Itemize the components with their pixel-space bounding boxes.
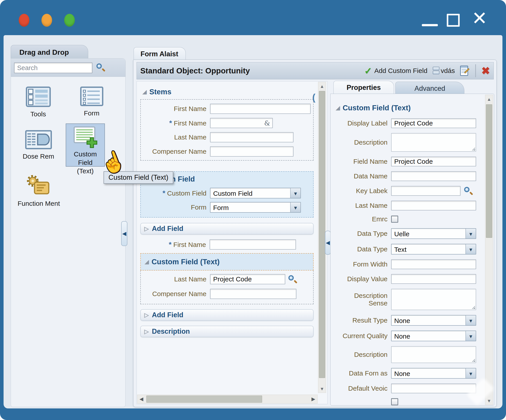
last-name-project-code-input[interactable] [210, 274, 285, 284]
right-splitter-collapse-button[interactable]: ◀ [325, 231, 331, 255]
field-label: Compenser Name [141, 290, 206, 298]
palette-item-label: Function Ment [15, 200, 62, 207]
form-alaist-tab[interactable]: Form Alaist [134, 47, 186, 60]
emrc-checkbox[interactable] [391, 216, 398, 223]
field-label: Compenser Name [141, 148, 206, 155]
required-mark: * [163, 189, 165, 197]
search-input[interactable] [14, 63, 93, 73]
display-label-input[interactable] [391, 118, 476, 128]
first-name-required-input-2[interactable] [210, 239, 296, 250]
description-sense-textarea[interactable] [391, 289, 476, 310]
scroll-up-icon[interactable]: ▲ [485, 95, 493, 103]
data-forn-as-select[interactable]: None ▼ [391, 368, 476, 379]
tab-properties[interactable]: Properties [333, 81, 394, 94]
data-name-input[interactable] [391, 171, 476, 181]
data-type-select-2[interactable]: Text ▼ [391, 244, 476, 254]
prop-label: Emrc [334, 215, 387, 223]
compenser-name-input-2[interactable] [210, 289, 296, 299]
palette-item-function-ment[interactable]: Function Ment [15, 175, 62, 207]
current-quality-select[interactable]: None ▼ [391, 330, 476, 341]
scroll-down-icon[interactable]: ▼ [485, 397, 493, 405]
field-name-input[interactable] [391, 157, 476, 166]
tab-advanced[interactable]: Advanced [395, 82, 464, 95]
lookup-magnifier-icon[interactable] [464, 187, 473, 195]
first-name-required-input[interactable] [210, 118, 273, 128]
palette-item-tools[interactable]: Tools [22, 87, 54, 118]
palette-item-label: Dose Rem [19, 153, 58, 160]
description-textarea[interactable] [391, 133, 476, 152]
dropdown-arrow-icon: ▼ [466, 229, 476, 239]
key-labek-input[interactable] [391, 186, 460, 196]
canvas-horizontal-scroll-thumb[interactable] [146, 395, 262, 403]
display-value-input[interactable] [391, 274, 476, 284]
properties-section-header[interactable]: ◢ Custom Field (Text) [336, 104, 481, 112]
collapsed-triangle-icon: ▷ [144, 312, 149, 319]
left-splitter-collapse-button[interactable]: ◀ [121, 221, 127, 246]
last-name-prop-input[interactable] [391, 201, 476, 210]
resize-grip-icon[interactable] [472, 305, 475, 309]
compenser-name-input[interactable] [210, 146, 293, 157]
prop-label: Data Name [334, 172, 387, 180]
window-content: Drag and Drop Tools [4, 35, 502, 408]
app-window: ✕ Drag and Drop T [0, 0, 506, 420]
prop-label: Display Value [334, 275, 387, 283]
custom-field-select[interactable]: Custom Field ▼ [210, 188, 301, 198]
default-veoic-input[interactable] [391, 383, 476, 393]
resize-grip-icon[interactable] [472, 358, 475, 362]
canvas-vertical-scroll-thumb[interactable] [319, 91, 325, 378]
add-field-section-2[interactable]: ▷ Add Field [140, 309, 313, 321]
drag-and-drop-tab[interactable]: Drag and Drop [11, 45, 88, 59]
properties-vertical-scrollbar[interactable]: ▲ ▼ [485, 95, 493, 405]
search-icon[interactable] [96, 63, 105, 72]
scroll-up-icon[interactable]: ▲ [318, 82, 326, 90]
traffic-light-red[interactable] [19, 14, 29, 27]
required-mark: * [169, 119, 172, 127]
properties-vertical-scroll-thumb[interactable] [486, 104, 492, 238]
description-section[interactable]: ▷ Description [140, 326, 313, 337]
field-label: *First Name [140, 240, 206, 249]
maximize-icon[interactable] [447, 14, 460, 27]
palette-item-form[interactable]: Form [75, 87, 108, 117]
close-icon[interactable]: ✕ [472, 9, 487, 28]
main-editor-box: Standard Object: Opportunity ✓ Add Custo… [133, 60, 497, 407]
form-select[interactable]: Form ▼ [210, 202, 301, 213]
red-close-icon[interactable]: ✖ [481, 65, 490, 77]
notepad-edit-icon[interactable] [460, 65, 470, 76]
traffic-light-green[interactable] [64, 14, 75, 27]
last-name-input[interactable] [210, 132, 293, 142]
palette-item-label: Form [75, 110, 108, 117]
search-band [11, 58, 125, 77]
palette-item-dose-rem[interactable]: Dose Rem [19, 130, 58, 160]
canvas-horizontal-scrollbar[interactable]: ◀ ▶ [137, 395, 318, 404]
form-width-input[interactable] [391, 259, 476, 269]
prop-label: Data Type [334, 245, 387, 253]
bottom-checkbox[interactable] [391, 398, 398, 405]
resize-grip-icon[interactable] [472, 147, 475, 151]
prop-label: Result Type [334, 317, 387, 324]
result-type-select[interactable]: None ▼ [391, 315, 476, 326]
section-header-stems[interactable]: ◢ Stems [143, 88, 172, 96]
field-label: *First Name [141, 119, 206, 127]
traffic-light-orange[interactable] [41, 14, 52, 27]
field-label: *Custom Field [141, 189, 206, 197]
prop-label: Description [334, 139, 387, 146]
data-type-select-1[interactable]: Uelle ▼ [391, 228, 476, 239]
scroll-down-icon[interactable]: ▼ [318, 385, 326, 393]
object-header-bar: Standard Object: Opportunity ✓ Add Custo… [137, 62, 494, 79]
minimize-icon[interactable] [422, 24, 438, 26]
properties-panel: ◢ Custom Field (Text) Display Label Desc… [330, 94, 494, 406]
collapsed-triangle-icon: ▷ [144, 328, 149, 335]
custom-field-text-section-header[interactable]: ◢ Custom Field (Text) [140, 253, 313, 271]
scroll-left-icon[interactable]: ◀ [137, 395, 146, 403]
description-textarea-2[interactable] [391, 346, 476, 363]
lookup-magnifier-icon[interactable] [288, 275, 297, 284]
vdas-button[interactable]: vdás [433, 67, 455, 75]
toolbar-divider [475, 64, 476, 77]
add-custom-field-button[interactable]: ✓ Add Custom Field [364, 65, 427, 76]
first-name-input[interactable] [210, 104, 311, 114]
add-field-section-1[interactable]: ▷ Add Field [140, 223, 313, 234]
field-label: First Name [141, 105, 206, 113]
dropdown-arrow-icon: ▼ [466, 331, 476, 341]
prop-label: Data Forn as [334, 369, 387, 377]
scroll-right-icon[interactable]: ▶ [309, 395, 317, 403]
